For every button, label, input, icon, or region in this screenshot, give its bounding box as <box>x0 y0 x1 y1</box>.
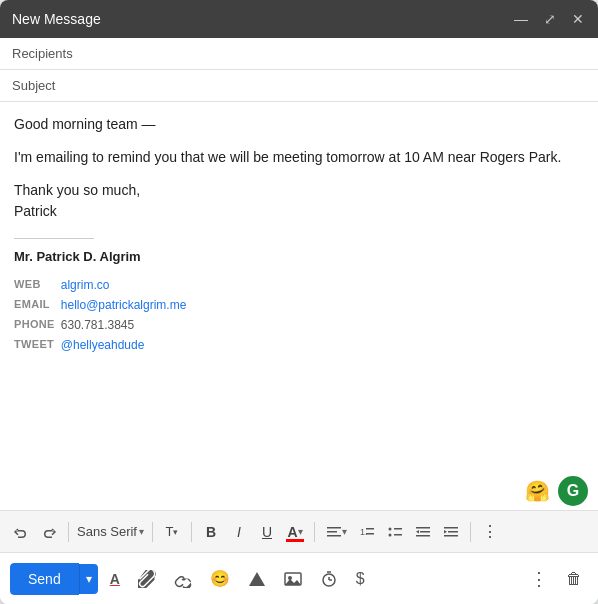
svg-rect-2 <box>327 535 341 537</box>
indent-decrease-button[interactable] <box>410 520 436 544</box>
font-dropdown-icon: ▾ <box>139 526 144 537</box>
sig-phone-value: 630.781.3845 <box>61 315 193 335</box>
sig-web-label: WEB <box>14 275 61 295</box>
svg-rect-12 <box>416 535 430 537</box>
svg-marker-13 <box>416 530 419 534</box>
send-button[interactable]: Send <box>10 563 79 595</box>
subject-field[interactable]: Subject <box>0 70 598 102</box>
sig-web-value: algrim.co <box>61 275 193 295</box>
font-size-button[interactable]: T ▾ <box>159 520 185 543</box>
recipients-field[interactable]: Recipients <box>0 38 598 70</box>
svg-marker-21 <box>285 579 301 585</box>
signature-divider <box>14 238 94 239</box>
formatting-toolbar: Sans Serif ▾ T ▾ B I U A ▾ ▾ 1. <box>0 510 598 552</box>
align-button[interactable]: ▾ <box>321 520 352 544</box>
close-button[interactable]: ✕ <box>570 12 586 26</box>
font-name-label: Sans Serif <box>77 524 137 539</box>
bold-button[interactable]: B <box>198 520 224 544</box>
svg-rect-16 <box>444 535 458 537</box>
italic-button[interactable]: I <box>226 520 252 544</box>
emoji-button[interactable]: 😊 <box>204 565 236 592</box>
sig-email-row: EMAIL hello@patrickalgrim.me <box>14 295 192 315</box>
g-avatar: G <box>558 476 588 506</box>
subject-label: Subject <box>12 78 55 93</box>
photo-button[interactable] <box>278 566 308 592</box>
svg-rect-9 <box>394 534 402 536</box>
font-family-selector[interactable]: Sans Serif ▾ <box>75 521 146 542</box>
svg-rect-5 <box>366 533 374 535</box>
signature-table: WEB algrim.co EMAIL hello@patrickalgrim.… <box>14 275 192 355</box>
discard-button[interactable]: 🗑 <box>560 566 588 592</box>
drive-button[interactable] <box>242 566 272 592</box>
link-button[interactable] <box>168 566 198 592</box>
separator-5 <box>470 522 471 542</box>
undo-button[interactable] <box>8 520 34 544</box>
svg-point-7 <box>388 533 391 536</box>
svg-rect-0 <box>327 527 341 529</box>
font-color-button[interactable]: A ▾ <box>282 520 308 544</box>
title-bar-controls: — ⤢ ✕ <box>512 12 586 26</box>
svg-rect-15 <box>448 531 458 533</box>
sig-web-row: WEB algrim.co <box>14 275 192 295</box>
greeting-line: Good morning team — <box>14 114 584 135</box>
sig-tweet-label: TWEET <box>14 335 61 355</box>
sig-email-value: hello@patrickalgrim.me <box>61 295 193 315</box>
bottom-bar: Send ▾ A 😊 $ ⋮ 🗑 <box>0 552 598 604</box>
sig-phone-row: PHONE 630.781.3845 <box>14 315 192 335</box>
sig-web-link[interactable]: algrim.co <box>61 278 110 292</box>
avatars-row: 🤗 G <box>0 472 598 510</box>
expand-button[interactable]: ⤢ <box>542 12 558 26</box>
compose-window: New Message — ⤢ ✕ Recipients Subject Goo… <box>0 0 598 604</box>
more-formatting-button[interactable]: ⋮ <box>477 518 503 545</box>
separator-3 <box>191 522 192 542</box>
sig-email-label: EMAIL <box>14 295 61 315</box>
svg-marker-18 <box>249 572 265 586</box>
svg-rect-11 <box>420 531 430 533</box>
signature-name: Mr. Patrick D. Algrim <box>14 247 584 267</box>
svg-rect-14 <box>444 527 458 529</box>
svg-rect-4 <box>366 528 374 530</box>
svg-rect-8 <box>394 528 402 530</box>
sig-tweet-value: @hellyeahdude <box>61 335 193 355</box>
sig-tweet-row: TWEET @hellyeahdude <box>14 335 192 355</box>
recipients-label: Recipients <box>12 46 73 61</box>
svg-rect-10 <box>416 527 430 529</box>
sig-phone-label: PHONE <box>14 315 61 335</box>
separator-4 <box>314 522 315 542</box>
format-options-button[interactable]: A <box>104 567 126 591</box>
more-options-button[interactable]: ⋮ <box>524 564 554 594</box>
send-dropdown-button[interactable]: ▾ <box>79 564 98 594</box>
send-button-group: Send ▾ <box>10 563 98 595</box>
closing-line1: Thank you so much, <box>14 180 584 201</box>
dollar-button[interactable]: $ <box>350 566 371 592</box>
numbered-list-button[interactable]: 1. <box>354 520 380 544</box>
sig-tweet-link[interactable]: @hellyeahdude <box>61 338 145 352</box>
sig-email-link[interactable]: hello@patrickalgrim.me <box>61 298 187 312</box>
title-bar: New Message — ⤢ ✕ <box>0 0 598 38</box>
redo-button[interactable] <box>36 520 62 544</box>
emoji-avatar: 🤗 <box>522 476 552 506</box>
svg-marker-17 <box>444 530 447 534</box>
separator-2 <box>152 522 153 542</box>
compose-body[interactable]: Good morning team — I'm emailing to remi… <box>0 102 598 472</box>
svg-point-6 <box>388 527 391 530</box>
underline-button[interactable]: U <box>254 520 280 544</box>
window-title: New Message <box>12 11 101 27</box>
separator-1 <box>68 522 69 542</box>
bulleted-list-button[interactable] <box>382 520 408 544</box>
attach-button[interactable] <box>132 566 162 592</box>
closing-line2: Patrick <box>14 201 584 222</box>
svg-rect-1 <box>327 531 337 533</box>
minimize-button[interactable]: — <box>512 12 530 26</box>
indent-increase-button[interactable] <box>438 520 464 544</box>
timer-button[interactable] <box>314 566 344 592</box>
body-paragraph: I'm emailing to remind you that we will … <box>14 147 584 168</box>
